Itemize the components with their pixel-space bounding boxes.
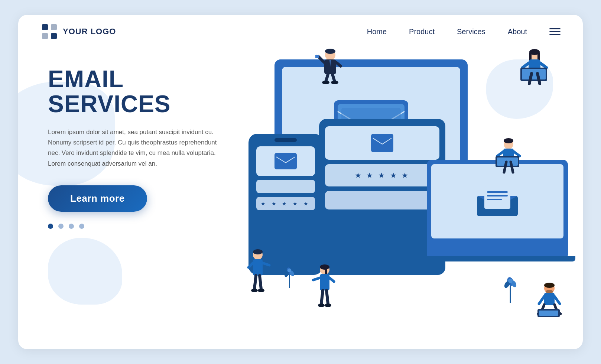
password-stars: ★ ★ ★ ★ ★ [355, 171, 410, 180]
logo-icon [40, 23, 58, 40]
svg-point-82 [287, 269, 291, 272]
phone-notch [274, 138, 297, 142]
phone-password-field: ★ ★ ★ ★ ★ [256, 197, 315, 210]
person-laptop-bottom [535, 282, 564, 319]
svg-rect-2 [42, 33, 48, 39]
learn-more-button[interactable]: Learn more [48, 185, 147, 212]
svg-line-53 [555, 296, 560, 304]
svg-rect-1 [51, 24, 57, 30]
logo-text: YOUR LOGO [63, 27, 116, 36]
nav-about[interactable]: About [508, 27, 527, 36]
open-envelope-icon [475, 185, 520, 218]
hamburger-menu[interactable] [549, 28, 561, 35]
svg-rect-0 [42, 24, 48, 30]
tablet-envelope-icon [371, 134, 393, 152]
svg-point-47 [544, 283, 555, 288]
svg-rect-20 [315, 55, 319, 58]
svg-line-31 [523, 63, 529, 68]
tablet-screen-bottom [325, 191, 439, 209]
svg-line-41 [514, 152, 520, 156]
header: YOUR LOGO Home Product Services About [18, 15, 583, 48]
svg-line-68 [329, 278, 334, 282]
hero-description: Lorem ipsum dolor sit amet, sea putant s… [48, 127, 219, 169]
svg-line-70 [327, 290, 328, 304]
svg-rect-7 [371, 134, 393, 152]
svg-point-25 [331, 81, 338, 84]
svg-line-22 [326, 74, 328, 82]
hero-title: EMAIL SERVICES [48, 67, 248, 117]
svg-point-77 [508, 279, 513, 283]
phone-envelope [256, 146, 315, 176]
navigation: Home Product Services About [367, 27, 527, 36]
svg-rect-12 [487, 195, 508, 196]
svg-line-32 [540, 63, 546, 68]
svg-point-71 [318, 303, 325, 307]
person-at-tablet [312, 264, 338, 312]
phone-envelope-icon [274, 153, 297, 169]
svg-point-72 [325, 303, 331, 307]
phone-field-1 [256, 180, 315, 193]
svg-line-57 [263, 263, 269, 265]
svg-point-15 [325, 49, 335, 54]
bg-blob-2 [48, 238, 122, 305]
svg-line-58 [248, 263, 253, 267]
svg-rect-8 [274, 153, 297, 169]
svg-rect-3 [51, 33, 57, 39]
tablet-device: ★ ★ ★ ★ ★ [319, 119, 445, 275]
dot-2[interactable] [58, 224, 64, 229]
svg-rect-56 [253, 259, 263, 276]
flower-decoration-2 [282, 266, 297, 290]
svg-line-23 [332, 74, 335, 82]
nav-product[interactable]: Product [409, 27, 435, 36]
dot-1[interactable] [48, 224, 53, 229]
hamburger-line-2 [549, 31, 561, 32]
svg-line-67 [313, 278, 320, 280]
tablet-screen-mid: ★ ★ ★ ★ ★ [325, 164, 439, 186]
svg-line-52 [539, 296, 544, 304]
svg-rect-10 [484, 186, 510, 209]
dot-3[interactable] [69, 224, 74, 229]
flower-decoration-1 [501, 273, 520, 305]
person-laptop-right [494, 137, 523, 178]
carousel-dots [48, 224, 248, 229]
svg-line-59 [254, 276, 256, 289]
svg-rect-51 [539, 311, 558, 316]
svg-rect-49 [544, 293, 555, 305]
svg-line-69 [321, 290, 323, 304]
svg-point-62 [258, 289, 264, 292]
person-megaphone [315, 48, 345, 89]
person-at-phone [245, 249, 271, 297]
laptop-base [419, 256, 575, 261]
nav-services[interactable]: Services [457, 27, 485, 36]
svg-rect-11 [487, 191, 508, 193]
hamburger-line-3 [549, 34, 561, 35]
hero-content: EMAIL SERVICES Lorem ipsum dolor sit ame… [48, 67, 248, 229]
tablet-screen-top [325, 126, 439, 160]
hero-illustration: ★ ★ ★ ★ ★ ★ ★ ★ ★ ★ [245, 37, 568, 342]
svg-line-21 [336, 62, 341, 66]
svg-point-61 [251, 289, 258, 292]
svg-line-60 [260, 276, 261, 289]
person-sitting-laptop-top [516, 48, 553, 89]
svg-rect-13 [487, 199, 502, 200]
svg-point-38 [504, 138, 513, 143]
svg-point-24 [322, 81, 329, 84]
svg-point-64 [320, 264, 329, 270]
logo-area: YOUR LOGO [40, 23, 367, 40]
svg-rect-66 [320, 274, 329, 290]
nav-home[interactable]: Home [367, 27, 387, 36]
hamburger-line-1 [549, 28, 561, 29]
main-card: YOUR LOGO Home Product Services About EM… [18, 15, 583, 349]
svg-rect-34 [522, 69, 546, 79]
dot-4[interactable] [79, 224, 84, 229]
svg-line-40 [497, 152, 503, 156]
svg-line-18 [318, 56, 324, 62]
svg-point-55 [253, 249, 263, 254]
